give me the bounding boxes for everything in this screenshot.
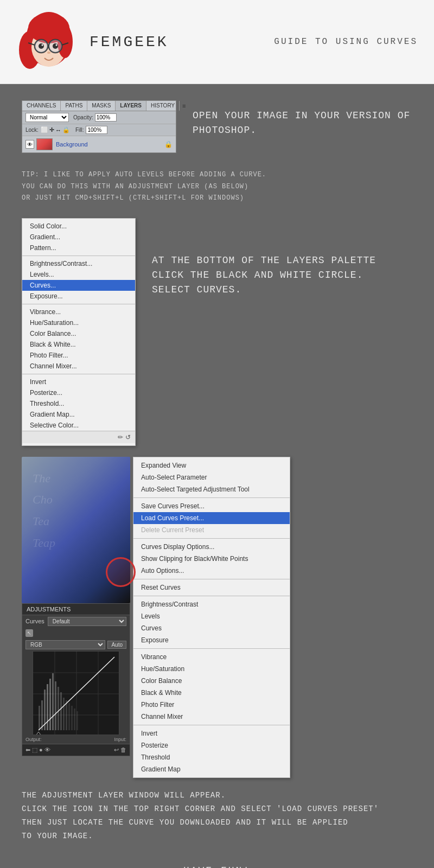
adj-brightness[interactable]: Brightness/Contrast... (22, 258, 135, 269)
cm-threshold[interactable]: Threshold (133, 751, 290, 763)
lock-row: Lock: ⬜ ✛ ↔ 🔒 Fill: (22, 124, 176, 136)
tab-layers[interactable]: LAYERS (116, 101, 146, 111)
tip-line3: OR JUST HIT CMD+SHIFT+L (CTRL+SHIFT+L FO… (22, 193, 412, 205)
cm-save-preset[interactable]: Save Curves Preset... (133, 500, 290, 512)
cm-load-preset[interactable]: Load Curves Preset... (133, 512, 290, 524)
header: FEMGEEK GUIDE TO USING CURVES (0, 0, 434, 84)
cm-black-white[interactable]: Black & White (133, 687, 290, 699)
input-label: Input: (114, 737, 126, 742)
adj-black-white[interactable]: Black & White... (22, 339, 135, 350)
cm-levels[interactable]: Levels (133, 610, 290, 622)
sep2 (22, 304, 135, 304)
cm-auto-select-tool[interactable]: Auto-Select Targeted Adjustment Tool (133, 483, 290, 495)
cm-expanded-view[interactable]: Expanded View (133, 459, 290, 471)
step2-line1: AT THE BOTTOM OF THE LAYERS PALETTE (152, 255, 376, 266)
cm-posterize[interactable]: Posterize (133, 739, 290, 751)
tip-line1: TIP: I LIKE TO APPLY AUTO LEVELS BEFORE … (22, 169, 412, 181)
tab-paths[interactable]: PATHS (61, 101, 87, 111)
cm-vibrance[interactable]: Vibrance (133, 651, 290, 663)
layer-visibility-icon[interactable]: 👁 (25, 140, 34, 149)
curves-icon6[interactable]: 🗑 (120, 746, 126, 754)
svg-rect-33 (66, 700, 67, 730)
tip-block: TIP: I LIKE TO APPLY AUTO LEVELS BEFORE … (22, 169, 412, 205)
svg-rect-28 (52, 673, 54, 730)
cm-gradient-map[interactable]: Gradient Map (133, 763, 290, 775)
lock-icon2: ✛ (49, 126, 54, 133)
curves-icon3[interactable]: ● (39, 746, 43, 754)
adj-gradient[interactable]: Gradient... (22, 232, 135, 242)
adj-photo-filter[interactable]: Photo Filter... (22, 350, 135, 361)
svg-marker-39 (36, 732, 41, 735)
step2-text: AT THE BOTTOM OF THE LAYERS PALETTE CLIC… (152, 245, 376, 297)
adj-gradient-map[interactable]: Gradient Map... (22, 409, 135, 420)
blend-mode-select[interactable]: Normal (25, 113, 69, 122)
curves-panel-title: ADJUSTMENTS (27, 606, 71, 612)
svg-rect-26 (47, 684, 48, 730)
adj-channel-mixer[interactable]: Channel Mixer... (22, 361, 135, 372)
bottom-text-block: THE ADJUSTMENT LAYER WINDOW WILL APPEAR.… (22, 789, 412, 844)
curves-auto-btn[interactable]: Auto (107, 641, 126, 649)
cm-display-options[interactable]: Curves Display Options... (133, 541, 290, 553)
cm-curves[interactable]: Curves (133, 622, 290, 634)
curves-icon5[interactable]: ↩ (114, 746, 119, 754)
curves-graph-container (22, 651, 130, 735)
cm-reset-curves[interactable]: Reset Curves (133, 582, 290, 593)
cm-brightness-contrast[interactable]: Brightness/Contrast (133, 598, 290, 610)
adj-color-balance[interactable]: Color Balance... (22, 328, 135, 339)
adj-selective-color[interactable]: Selective Color... (22, 420, 135, 431)
layer-row-background[interactable]: 👁 Background 🔒 (22, 136, 176, 152)
curves-tool1[interactable]: ↖ (25, 629, 33, 637)
curves-icon2[interactable]: ⬚ (32, 746, 37, 754)
site-title: FEMGEEK (90, 34, 169, 50)
adj-vibrance[interactable]: Vibrance... (22, 307, 135, 317)
curves-preset-label: Curves (25, 618, 44, 624)
panel-menu[interactable]: ≡ (180, 101, 188, 111)
svg-rect-30 (58, 687, 59, 730)
tab-masks[interactable]: MASKS (87, 101, 116, 111)
circle-indicator (106, 557, 136, 587)
cm-color-balance[interactable]: Color Balance (133, 675, 290, 687)
sep1 (22, 256, 135, 256)
cm-channel-mixer[interactable]: Channel Mixer (133, 711, 290, 723)
tab-history[interactable]: HISTORY (146, 101, 180, 111)
adj-posterize[interactable]: Posterize... (22, 387, 135, 398)
cm-sep2 (133, 538, 290, 539)
adj-hue-saturation[interactable]: Hue/Saturation... (22, 317, 135, 328)
curves-channel-select[interactable]: RGB (25, 640, 105, 649)
adj-levels[interactable]: Levels... (22, 269, 135, 280)
svg-rect-27 (49, 679, 51, 730)
cm-exposure[interactable]: Exposure (133, 634, 290, 646)
svg-point-14 (47, 52, 50, 54)
curves-icon1[interactable]: ⬅ (25, 746, 30, 754)
fill-input[interactable] (86, 126, 107, 134)
curves-preset-select[interactable]: Default (48, 617, 126, 626)
curves-name-row: Curves Default (22, 615, 130, 628)
cm-invert[interactable]: Invert (133, 727, 290, 739)
cm-delete-preset: Delete Current Preset (133, 524, 290, 536)
cm-auto-options[interactable]: Auto Options... (133, 565, 290, 577)
opacity-input[interactable] (95, 113, 117, 122)
tab-channels[interactable]: CHANNELS (22, 101, 61, 111)
adj-exposure[interactable]: Exposure... (22, 291, 135, 302)
layer-thumbnail (36, 138, 53, 150)
blend-mode-row: Normal Opacity: (22, 111, 176, 124)
adj-invert[interactable]: Invert (22, 376, 135, 387)
cm-photo-filter[interactable]: Photo Filter (133, 699, 290, 711)
adj-curves[interactable]: Curves... (22, 280, 135, 291)
adj-threshold[interactable]: Threshold... (22, 398, 135, 409)
bottom-line4: TO YOUR IMAGE. (22, 829, 412, 843)
adj-pattern[interactable]: Pattern... (22, 242, 135, 253)
curves-icon4[interactable]: 👁 (44, 746, 50, 754)
curves-tools-row: ↖ (22, 628, 130, 639)
svg-point-10 (39, 43, 44, 49)
cm-auto-select-param[interactable]: Auto-Select Parameter (133, 471, 290, 483)
cm-hue-saturation[interactable]: Hue/Saturation (133, 663, 290, 675)
ps-tabs: CHANNELS PATHS MASKS LAYERS HISTORY ≡ (22, 101, 176, 111)
curves-channel-row: RGB Auto (22, 639, 130, 651)
adj-solid-color[interactable]: Solid Color... (22, 221, 135, 232)
adj-pencil-icon: ✏ (118, 433, 123, 441)
cm-show-clipping[interactable]: Show Clipping for Black/White Points (133, 553, 290, 565)
step2-line2: CLICK THE BLACK AND WHITE CIRCLE. (152, 270, 363, 280)
have-fun-text: HAVE FUN! (22, 854, 412, 868)
curves-bottom-icons: ⬅ ⬚ ● 👁 ↩ 🗑 (22, 744, 130, 756)
